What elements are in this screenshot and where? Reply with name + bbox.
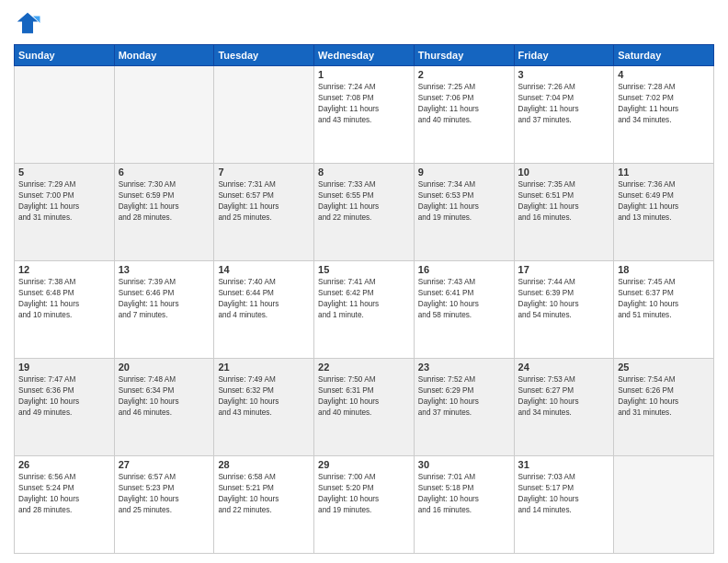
- day-cell: 2Sunrise: 7:25 AMSunset: 7:06 PMDaylight…: [414, 66, 514, 164]
- calendar-table: SundayMondayTuesdayWednesdayThursdayFrid…: [14, 44, 714, 554]
- week-row-2: 5Sunrise: 7:29 AMSunset: 7:00 PMDaylight…: [15, 164, 714, 261]
- day-cell: 19Sunrise: 7:47 AMSunset: 6:36 PMDayligh…: [15, 359, 115, 456]
- day-number: 31: [518, 459, 610, 470]
- day-number: 10: [518, 167, 610, 178]
- day-cell: 16Sunrise: 7:43 AMSunset: 6:41 PMDayligh…: [414, 261, 514, 359]
- day-number: 17: [518, 264, 610, 275]
- day-cell: 15Sunrise: 7:41 AMSunset: 6:42 PMDayligh…: [314, 261, 415, 359]
- day-info: Sunrise: 7:03 AMSunset: 5:17 PMDaylight:…: [518, 472, 610, 516]
- day-info: Sunrise: 7:25 AMSunset: 7:06 PMDaylight:…: [418, 82, 510, 126]
- weekday-header-thursday: Thursday: [414, 45, 514, 66]
- day-number: 7: [218, 167, 310, 178]
- day-info: Sunrise: 7:54 AMSunset: 6:26 PMDaylight:…: [618, 374, 710, 419]
- day-info: Sunrise: 7:48 AMSunset: 6:34 PMDaylight:…: [119, 374, 210, 419]
- day-cell: 24Sunrise: 7:53 AMSunset: 6:27 PMDayligh…: [514, 359, 614, 456]
- day-info: Sunrise: 7:26 AMSunset: 7:04 PMDaylight:…: [518, 82, 610, 126]
- day-number: 27: [119, 459, 210, 470]
- day-info: Sunrise: 7:33 AMSunset: 6:55 PMDaylight:…: [318, 179, 410, 224]
- week-row-5: 26Sunrise: 6:56 AMSunset: 5:24 PMDayligh…: [15, 456, 714, 554]
- day-cell: 22Sunrise: 7:50 AMSunset: 6:31 PMDayligh…: [314, 359, 415, 456]
- day-number: 24: [518, 362, 610, 373]
- day-info: Sunrise: 7:36 AMSunset: 6:49 PMDaylight:…: [618, 179, 710, 224]
- weekday-header-saturday: Saturday: [614, 45, 714, 66]
- day-info: Sunrise: 7:49 AMSunset: 6:32 PMDaylight:…: [218, 374, 310, 419]
- day-info: Sunrise: 7:28 AMSunset: 7:02 PMDaylight:…: [618, 82, 710, 126]
- day-cell: 25Sunrise: 7:54 AMSunset: 6:26 PMDayligh…: [614, 359, 714, 456]
- weekday-header-friday: Friday: [514, 45, 614, 66]
- day-number: 23: [418, 362, 510, 373]
- day-info: Sunrise: 7:31 AMSunset: 6:57 PMDaylight:…: [218, 179, 310, 224]
- day-cell: 23Sunrise: 7:52 AMSunset: 6:29 PMDayligh…: [414, 359, 514, 456]
- weekday-header-wednesday: Wednesday: [314, 45, 415, 66]
- day-info: Sunrise: 7:43 AMSunset: 6:41 PMDaylight:…: [418, 277, 510, 321]
- day-cell: 28Sunrise: 6:58 AMSunset: 5:21 PMDayligh…: [214, 456, 314, 554]
- day-cell: 5Sunrise: 7:29 AMSunset: 7:00 PMDaylight…: [15, 164, 115, 261]
- day-info: Sunrise: 7:35 AMSunset: 6:51 PMDaylight:…: [518, 179, 610, 224]
- day-cell: 8Sunrise: 7:33 AMSunset: 6:55 PMDaylight…: [314, 164, 415, 261]
- day-info: Sunrise: 7:01 AMSunset: 5:18 PMDaylight:…: [418, 472, 510, 516]
- day-number: 28: [218, 459, 310, 470]
- day-info: Sunrise: 7:40 AMSunset: 6:44 PMDaylight:…: [218, 277, 310, 321]
- weekday-header-monday: Monday: [114, 45, 214, 66]
- day-number: 18: [618, 264, 710, 275]
- header: [14, 9, 714, 37]
- day-number: 12: [18, 264, 110, 275]
- weekday-header-tuesday: Tuesday: [214, 45, 314, 66]
- day-info: Sunrise: 7:34 AMSunset: 6:53 PMDaylight:…: [418, 179, 510, 224]
- day-cell: 26Sunrise: 6:56 AMSunset: 5:24 PMDayligh…: [15, 456, 115, 554]
- day-cell: 14Sunrise: 7:40 AMSunset: 6:44 PMDayligh…: [214, 261, 314, 359]
- day-cell: 27Sunrise: 6:57 AMSunset: 5:23 PMDayligh…: [114, 456, 214, 554]
- day-info: Sunrise: 7:30 AMSunset: 6:59 PMDaylight:…: [119, 179, 210, 224]
- day-info: Sunrise: 7:47 AMSunset: 6:36 PMDaylight:…: [18, 374, 110, 419]
- day-info: Sunrise: 7:44 AMSunset: 6:39 PMDaylight:…: [518, 277, 610, 321]
- day-cell: 4Sunrise: 7:28 AMSunset: 7:02 PMDaylight…: [614, 66, 714, 164]
- day-info: Sunrise: 7:45 AMSunset: 6:37 PMDaylight:…: [618, 277, 710, 321]
- day-cell: 21Sunrise: 7:49 AMSunset: 6:32 PMDayligh…: [214, 359, 314, 456]
- day-number: 3: [518, 69, 610, 80]
- day-number: 9: [418, 167, 510, 178]
- day-number: 15: [318, 264, 410, 275]
- day-cell: 20Sunrise: 7:48 AMSunset: 6:34 PMDayligh…: [114, 359, 214, 456]
- day-number: 4: [618, 69, 710, 80]
- day-cell: 1Sunrise: 7:24 AMSunset: 7:08 PMDaylight…: [314, 66, 415, 164]
- day-cell: 12Sunrise: 7:38 AMSunset: 6:48 PMDayligh…: [15, 261, 115, 359]
- day-cell: 6Sunrise: 7:30 AMSunset: 6:59 PMDaylight…: [114, 164, 214, 261]
- day-number: 25: [618, 362, 710, 373]
- day-cell: 11Sunrise: 7:36 AMSunset: 6:49 PMDayligh…: [614, 164, 714, 261]
- day-number: 5: [18, 167, 110, 178]
- day-info: Sunrise: 7:38 AMSunset: 6:48 PMDaylight:…: [18, 277, 110, 321]
- day-number: 26: [18, 459, 110, 470]
- day-cell: 30Sunrise: 7:01 AMSunset: 5:18 PMDayligh…: [414, 456, 514, 554]
- day-cell: 18Sunrise: 7:45 AMSunset: 6:37 PMDayligh…: [614, 261, 714, 359]
- logo-icon: [14, 9, 41, 37]
- day-cell: 17Sunrise: 7:44 AMSunset: 6:39 PMDayligh…: [514, 261, 614, 359]
- day-number: 8: [318, 167, 410, 178]
- day-number: 19: [18, 362, 110, 373]
- day-cell: 3Sunrise: 7:26 AMSunset: 7:04 PMDaylight…: [514, 66, 614, 164]
- logo: [14, 9, 45, 37]
- day-info: Sunrise: 6:58 AMSunset: 5:21 PMDaylight:…: [218, 472, 310, 516]
- day-info: Sunrise: 7:41 AMSunset: 6:42 PMDaylight:…: [318, 277, 410, 321]
- weekday-header-sunday: Sunday: [15, 45, 115, 66]
- day-info: Sunrise: 6:57 AMSunset: 5:23 PMDaylight:…: [119, 472, 210, 516]
- day-cell: [114, 66, 214, 164]
- day-cell: 29Sunrise: 7:00 AMSunset: 5:20 PMDayligh…: [314, 456, 415, 554]
- day-cell: [15, 66, 115, 164]
- day-number: 11: [618, 167, 710, 178]
- day-number: 29: [318, 459, 410, 470]
- day-number: 16: [418, 264, 510, 275]
- day-number: 1: [318, 69, 410, 80]
- day-info: Sunrise: 7:39 AMSunset: 6:46 PMDaylight:…: [119, 277, 210, 321]
- day-info: Sunrise: 7:50 AMSunset: 6:31 PMDaylight:…: [318, 374, 410, 419]
- day-number: 30: [418, 459, 510, 470]
- day-number: 20: [119, 362, 210, 373]
- week-row-4: 19Sunrise: 7:47 AMSunset: 6:36 PMDayligh…: [15, 359, 714, 456]
- svg-marker-0: [17, 13, 39, 34]
- page: SundayMondayTuesdayWednesdayThursdayFrid…: [0, 0, 728, 563]
- day-cell: [614, 456, 714, 554]
- day-info: Sunrise: 7:52 AMSunset: 6:29 PMDaylight:…: [418, 374, 510, 419]
- day-cell: 7Sunrise: 7:31 AMSunset: 6:57 PMDaylight…: [214, 164, 314, 261]
- day-number: 22: [318, 362, 410, 373]
- week-row-3: 12Sunrise: 7:38 AMSunset: 6:48 PMDayligh…: [15, 261, 714, 359]
- day-cell: 10Sunrise: 7:35 AMSunset: 6:51 PMDayligh…: [514, 164, 614, 261]
